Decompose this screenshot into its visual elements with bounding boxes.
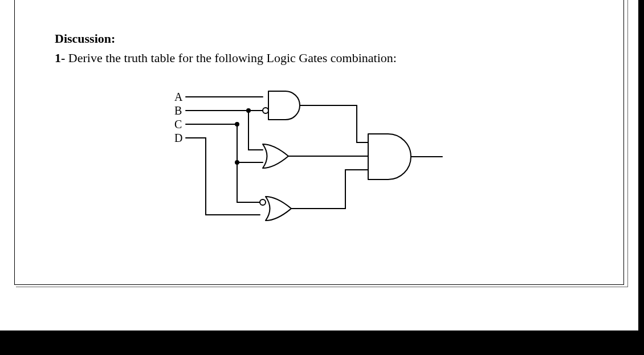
input-label-a: A [174, 91, 182, 104]
question-text: Derive the truth table for the following… [65, 51, 397, 65]
svg-point-14 [263, 108, 268, 113]
gate-top-and-invert-b-icon [263, 91, 300, 120]
gate-middle-or-icon [263, 144, 303, 168]
question-number: 1- [55, 51, 65, 65]
input-label-b: B [174, 104, 182, 117]
page-border-inner: Discussion: 1- Derive the truth table fo… [14, 0, 624, 285]
input-label-d: D [174, 132, 182, 145]
question-line: 1- Derive the truth table for the follow… [55, 51, 623, 66]
document-page: Discussion: 1- Derive the truth table fo… [0, 0, 638, 330]
svg-point-19 [260, 199, 266, 205]
logic-circuit-diagram: A B C D [174, 88, 471, 236]
svg-point-10 [247, 109, 250, 112]
svg-point-5 [235, 123, 239, 126]
gate-final-and-icon [368, 134, 411, 179]
circuit-svg [174, 88, 471, 236]
gate-bottom-or-invert-c-icon [260, 197, 304, 221]
svg-point-7 [235, 161, 239, 164]
content-area: Discussion: 1- Derive the truth table fo… [15, 0, 623, 236]
input-label-c: C [174, 118, 182, 131]
section-heading: Discussion: [55, 31, 623, 46]
